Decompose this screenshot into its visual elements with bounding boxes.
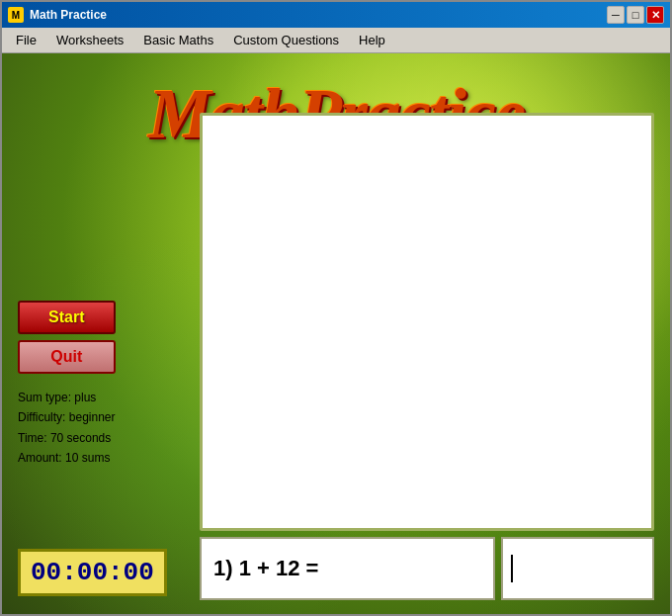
question-text: 1) 1 + 12 =: [213, 556, 318, 581]
info-panel: Sum type: plus Difficulty: beginner Time…: [18, 388, 116, 469]
menu-basic-maths[interactable]: Basic Maths: [133, 30, 223, 50]
answer-input-display[interactable]: [501, 537, 654, 600]
app-window: M Math Practice ─ □ ✕ File Worksheets Ba…: [0, 0, 672, 616]
title-bar: M Math Practice ─ □ ✕: [2, 2, 670, 28]
minimize-button[interactable]: ─: [607, 6, 625, 24]
difficulty-label: Difficulty: beginner: [18, 407, 116, 427]
menu-help[interactable]: Help: [349, 30, 395, 50]
time-label: Time: 70 seconds: [18, 428, 116, 448]
menu-file[interactable]: File: [6, 30, 46, 50]
left-panel: Start Quit Sum type: plus Difficulty: be…: [18, 301, 116, 469]
question-display: 1) 1 + 12 =: [200, 537, 495, 600]
right-panel: 1) 1 + 12 =: [200, 113, 654, 600]
window-title: Math Practice: [30, 8, 607, 22]
maximize-button[interactable]: □: [627, 6, 644, 24]
answers-area: [200, 113, 654, 531]
menu-bar: File Worksheets Basic Maths Custom Quest…: [2, 28, 670, 53]
question-row: 1) 1 + 12 =: [200, 537, 654, 600]
timer-display: 00:00:00: [18, 549, 167, 596]
close-button[interactable]: ✕: [646, 6, 664, 24]
sum-type-label: Sum type: plus: [18, 388, 116, 407]
menu-worksheets[interactable]: Worksheets: [46, 30, 133, 50]
amount-label: Amount: 10 sums: [18, 448, 116, 468]
menu-custom-questions[interactable]: Custom Questions: [223, 30, 349, 50]
main-content: MathPractice Start Quit Sum type: plus D…: [2, 53, 670, 614]
start-button[interactable]: Start: [18, 301, 116, 334]
window-controls: ─ □ ✕: [607, 6, 664, 24]
timer-value: 00:00:00: [31, 558, 154, 587]
text-cursor: [511, 555, 513, 582]
quit-button[interactable]: Quit: [18, 340, 116, 374]
app-icon: M: [8, 7, 24, 23]
